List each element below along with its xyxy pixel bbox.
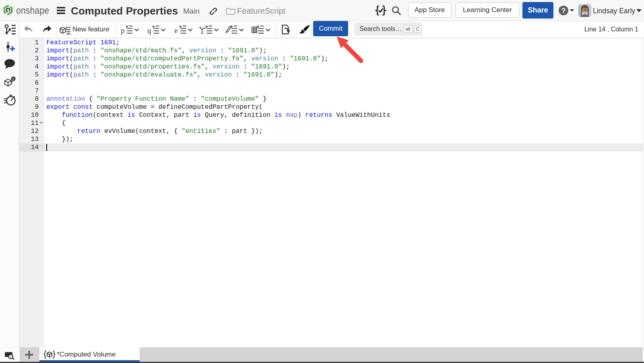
- svg-text:?: ?: [12, 77, 14, 81]
- svg-text:p: p: [121, 26, 125, 35]
- svg-text:e: e: [174, 26, 178, 35]
- svg-text:q: q: [147, 26, 151, 35]
- svg-text:?: ?: [561, 7, 566, 15]
